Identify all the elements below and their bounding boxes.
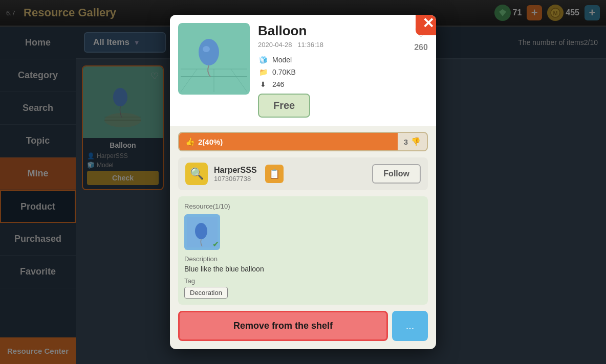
meta-type: Model [272, 56, 292, 64]
download-icon: ⬇ [258, 79, 268, 89]
description-text: Blue like the blue balloon [184, 265, 422, 273]
heart-count: 260 [414, 43, 428, 52]
meta-download: 246 [272, 80, 284, 88]
modal-balloon-icon [181, 26, 247, 92]
item-detail-modal: ✕ Balloon [170, 15, 436, 349]
free-button[interactable]: Free [258, 94, 310, 118]
modal-info: Balloon 2020-04-28 11:36:18 🧊 Model 📁 0.… [258, 23, 406, 118]
tag-label: Tag [184, 277, 422, 285]
content-section: Resource(1/10) ✔ Description Blue like t… [178, 196, 428, 305]
author-id: 1073067738 [214, 175, 257, 183]
resource-check-icon: ✔ [212, 239, 219, 249]
cube-icon: 🧊 [258, 55, 268, 65]
description-label: Description [184, 255, 422, 263]
thumbs-up-icon: 👍 [185, 137, 195, 146]
svg-point-14 [203, 46, 210, 52]
modal-title: Balloon [258, 23, 406, 39]
tag-chip: Decoration [184, 287, 228, 299]
modal-meta: 🧊 Model 📁 0.70KB ⬇ 246 [258, 55, 406, 89]
author-name: HarperSSS [214, 166, 257, 175]
more-options-button[interactable]: ... [392, 311, 428, 341]
resource-label: Resource(1/10) [184, 202, 422, 210]
modal-header: Balloon 2020-04-28 11:36:18 🧊 Model 📁 0.… [170, 15, 436, 126]
meta-download-row: ⬇ 246 [258, 79, 406, 89]
svg-point-13 [199, 39, 219, 65]
follow-button[interactable]: Follow [372, 164, 421, 184]
meta-type-row: 🧊 Model [258, 55, 406, 65]
modal-footer: Remove from the shelf ... [170, 311, 436, 349]
meta-size-row: 📁 0.70KB [258, 67, 406, 77]
remove-from-shelf-button[interactable]: Remove from the shelf [178, 311, 388, 341]
author-doc-icon: 📋 [265, 165, 284, 183]
svg-point-16 [195, 223, 207, 239]
author-search-icon: 🔍 [185, 163, 208, 185]
modal-overlay: ✕ Balloon [0, 0, 606, 364]
upvote-section: 👍 2(40%) [179, 133, 398, 150]
downvote-section: 3 👎 [398, 133, 427, 150]
author-section: 🔍 HarperSSS 1073067738 📋 Follow [178, 157, 428, 190]
modal-thumbnail [178, 23, 250, 95]
meta-size: 0.70KB [272, 68, 296, 76]
author-info: HarperSSS 1073067738 [214, 166, 257, 183]
thumbs-down-icon: 👎 [411, 137, 421, 146]
modal-date: 2020-04-28 11:36:18 [258, 41, 406, 49]
close-button[interactable]: ✕ [416, 15, 436, 35]
rating-bar: 👍 2(40%) 3 👎 [178, 132, 428, 151]
resource-thumbnail: ✔ [184, 214, 220, 250]
upvote-label: 2(40%) [198, 138, 223, 146]
downvote-count: 3 [404, 138, 408, 146]
folder-icon: 📁 [258, 67, 268, 77]
